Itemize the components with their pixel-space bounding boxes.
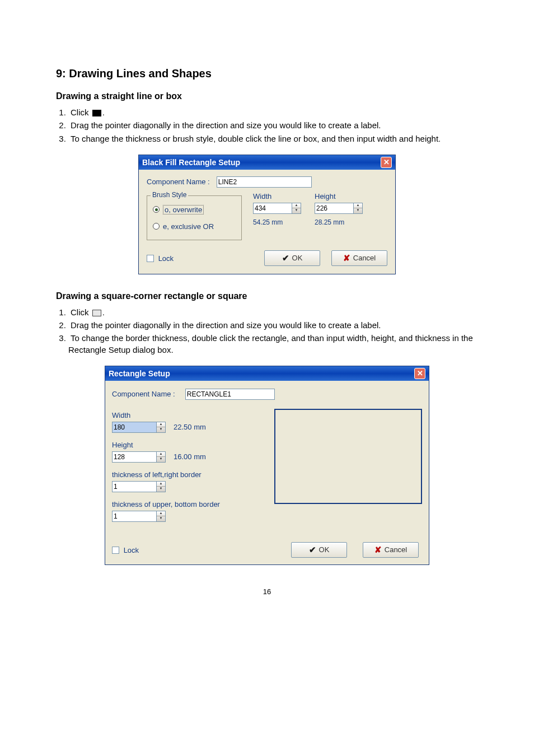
steps-list-1: Click . Drag the pointer diagonally in t… [56, 107, 478, 144]
dialog1-titlebar[interactable]: Black Fill Rectangle Setup ✕ [139, 155, 395, 170]
x-icon: ✘ [374, 545, 382, 555]
rectangle-tool-icon [92, 310, 101, 316]
height-input[interactable] [315, 203, 354, 214]
subsection-2-title: Drawing a square-corner rectangle or squ… [56, 291, 478, 301]
ok-button[interactable]: ✔ OK [264, 250, 320, 266]
cancel-button[interactable]: ✘ Cancel [331, 250, 387, 266]
rectangle-setup-dialog: Rectangle Setup ✕ Component Name : Width… [105, 366, 429, 565]
rectangle-preview [274, 409, 422, 504]
steps-list-2: Click . Drag the pointer diagonally in t… [56, 307, 478, 356]
section-title: 9: Drawing Lines and Shapes [56, 67, 478, 80]
lock-checkbox[interactable]: Lock [147, 254, 174, 263]
ok-button[interactable]: ✔ OK [291, 542, 347, 558]
step-2-2: Drag the pointer diagonally in the direc… [68, 320, 478, 331]
step-2-3: To change the border thickness, double c… [68, 333, 478, 356]
brush-style-group: Brush Style o, overwrite e, exclusive OR [147, 195, 242, 240]
width-input[interactable] [253, 203, 292, 214]
lock-checkbox[interactable]: Lock [112, 545, 139, 554]
checkbox-icon [112, 547, 119, 554]
component-name-input[interactable] [185, 389, 275, 400]
close-icon[interactable]: ✕ [414, 368, 425, 379]
step-1-3: To change the thickness or brush style, … [68, 133, 478, 144]
thickness-ub-label: thickness of upper, bottom border [112, 500, 257, 508]
width-mm: 22.50 mm [174, 423, 206, 431]
height-spinner[interactable]: ▲▼ [157, 451, 166, 463]
radio-icon [153, 206, 160, 213]
width-mm: 54.25 mm [253, 218, 301, 226]
subsection-1-title: Drawing a straight line or box [56, 91, 478, 101]
radio-overwrite[interactable]: o, overwrite [153, 205, 236, 214]
component-name-label: Component Name : [147, 178, 210, 186]
x-icon: ✘ [343, 253, 350, 263]
height-label: Height [112, 441, 257, 449]
thickness-ub-spinner[interactable]: ▲▼ [157, 511, 166, 522]
brush-style-legend: Brush Style [151, 191, 188, 199]
check-icon: ✔ [309, 545, 316, 555]
height-spinner[interactable]: ▲▼ [354, 203, 363, 214]
component-name-label: Component Name : [112, 390, 175, 398]
dialog2-titlebar[interactable]: Rectangle Setup ✕ [105, 366, 429, 381]
radio-xor[interactable]: e, exclusive OR [153, 222, 236, 231]
height-label: Height [315, 192, 363, 200]
radio-icon [153, 223, 160, 230]
step-1-2: Drag the pointer diagonally in the direc… [68, 120, 478, 131]
cancel-button[interactable]: ✘ Cancel [363, 542, 419, 558]
width-label: Width [253, 192, 301, 200]
width-label: Width [112, 411, 257, 419]
width-spinner[interactable]: ▲▼ [157, 422, 166, 433]
height-mm: 16.00 mm [174, 452, 206, 461]
thickness-lr-spinner[interactable]: ▲▼ [157, 481, 166, 492]
dialog1-title: Black Fill Rectangle Setup [142, 158, 240, 167]
thickness-lr-input[interactable] [112, 481, 157, 492]
component-name-input[interactable] [217, 176, 312, 188]
fill-rect-tool-icon [92, 110, 101, 116]
page-number: 16 [56, 587, 478, 596]
width-input[interactable] [112, 422, 157, 433]
thickness-lr-label: thickness of left,right border [112, 470, 257, 479]
width-spinner[interactable]: ▲▼ [292, 203, 301, 214]
checkbox-icon [147, 255, 154, 262]
close-icon[interactable]: ✕ [381, 157, 392, 168]
dialog2-title: Rectangle Setup [109, 369, 170, 378]
step-1-1: Click . [68, 107, 478, 118]
step-2-1: Click . [68, 307, 478, 318]
black-fill-rectangle-setup-dialog: Black Fill Rectangle Setup ✕ Component N… [138, 155, 396, 274]
check-icon: ✔ [282, 253, 289, 263]
height-input[interactable] [112, 451, 157, 463]
thickness-ub-input[interactable] [112, 511, 157, 522]
height-mm: 28.25 mm [315, 218, 363, 226]
